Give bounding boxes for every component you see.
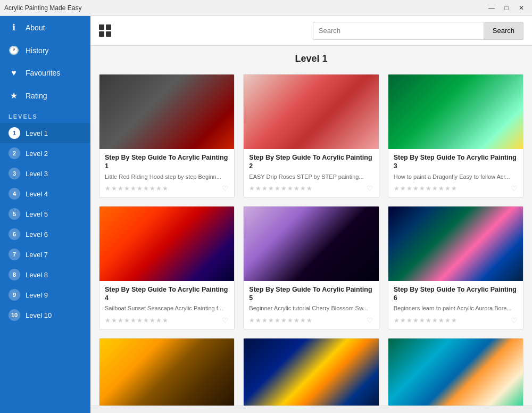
card-heart-4[interactable]: ♡ <box>222 316 229 325</box>
card-body-3: Step By Step Guide To Acrylic Painting 3… <box>388 149 523 197</box>
card-heart-1[interactable]: ♡ <box>222 184 229 193</box>
sidebar-level-7[interactable]: 7 Level 7 <box>0 244 90 265</box>
card-image-4 <box>99 206 234 281</box>
sidebar-item-favourites[interactable]: ♥ Favourites <box>0 62 90 84</box>
card-7[interactable]: Step By Step Guide To Acrylic Painting 7… <box>99 338 235 406</box>
card-1[interactable]: Step By Step Guide To Acrylic Painting 1… <box>99 74 235 197</box>
toolbar: Search <box>90 16 532 46</box>
card-9[interactable]: Step By Step Guide To Acrylic Painting 9… <box>388 338 523 406</box>
level-badge-1: 1 <box>9 127 20 139</box>
card-stars-6: ★★★★★★★★★★ <box>394 317 458 324</box>
search-bar: Search <box>313 22 523 40</box>
card-image-1 <box>99 75 234 149</box>
card-stars-5: ★★★★★★★★★★ <box>249 317 313 324</box>
card-body-6: Step By Step Guide To Acrylic Painting 6… <box>388 281 523 329</box>
card-5[interactable]: Step By Step Guide To Acrylic Painting 5… <box>243 206 379 329</box>
level-badge-7: 7 <box>9 249 20 260</box>
close-button[interactable]: ✕ <box>515 3 528 13</box>
level-label-9: Level 9 <box>26 291 48 299</box>
sidebar-item-history[interactable]: 🕐 History <box>0 39 90 62</box>
card-heart-6[interactable]: ♡ <box>511 316 518 325</box>
sidebar-label-favourites: Favourites <box>26 69 60 77</box>
sidebar-level-8[interactable]: 8 Level 8 <box>0 265 90 285</box>
level-label-8: Level 8 <box>26 271 48 279</box>
logo-sq-4 <box>106 31 111 37</box>
card-heart-3[interactable]: ♡ <box>511 184 518 193</box>
window-controls: — □ ✕ <box>485 3 528 13</box>
card-8[interactable]: Step By Step Guide To Acrylic Painting 8… <box>243 338 379 406</box>
card-desc-4: Sailboat Sunset Seascape Acrylic Paintin… <box>105 304 229 312</box>
card-image-7 <box>99 338 234 406</box>
card-3[interactable]: Step By Step Guide To Acrylic Painting 3… <box>388 74 523 197</box>
sidebar-level-10[interactable]: 10 Level 10 <box>0 305 90 325</box>
level-badge-3: 3 <box>9 168 20 179</box>
card-body-1: Step By Step Guide To Acrylic Painting 1… <box>99 149 234 197</box>
card-6[interactable]: Step By Step Guide To Acrylic Painting 6… <box>388 206 523 329</box>
card-footer-5: ★★★★★★★★★★♡ <box>249 316 373 325</box>
card-stars-4: ★★★★★★★★★★ <box>105 317 169 324</box>
sidebar-level-3[interactable]: 3 Level 3 <box>0 163 90 184</box>
card-image-3 <box>388 75 523 149</box>
level-badge-8: 8 <box>9 269 20 280</box>
level-label-1: Level 1 <box>26 129 48 137</box>
app-logo <box>99 24 112 37</box>
info-icon: ℹ <box>9 22 19 32</box>
card-stars-1: ★★★★★★★★★★ <box>105 185 169 192</box>
sidebar: ℹ About 🕐 History ♥ Favourites ★ Rating … <box>0 16 90 413</box>
sidebar-label-history: History <box>26 46 49 55</box>
card-desc-5: Beginner Acrylic tutorial Cherry Blossom… <box>249 304 373 312</box>
bottom-scrollbar[interactable] <box>90 406 532 413</box>
level-badge-2: 2 <box>9 147 20 159</box>
sidebar-level-9[interactable]: 9 Level 9 <box>0 285 90 305</box>
level-badge-10: 10 <box>9 309 20 321</box>
sidebar-level-1[interactable]: 1 Level 1 <box>0 123 90 143</box>
sidebar-item-rating[interactable]: ★ Rating <box>0 84 90 107</box>
card-image-6 <box>388 206 523 281</box>
maximize-button[interactable]: □ <box>500 3 513 13</box>
card-image-5 <box>244 206 378 281</box>
levels-section-label: LEVELS <box>0 107 90 123</box>
card-footer-2: ★★★★★★★★★★♡ <box>249 184 373 193</box>
search-input[interactable] <box>313 22 484 39</box>
sidebar-level-5[interactable]: 5 Level 5 <box>0 204 90 224</box>
history-icon: 🕐 <box>9 45 19 55</box>
level-label-5: Level 5 <box>26 210 48 218</box>
level-badge-4: 4 <box>9 188 20 200</box>
sidebar-level-6[interactable]: 6 Level 6 <box>0 224 90 244</box>
card-footer-6: ★★★★★★★★★★♡ <box>394 316 518 325</box>
sidebar-label-about: About <box>26 23 45 32</box>
content-grid-wrapper[interactable]: Step By Step Guide To Acrylic Painting 1… <box>90 70 532 406</box>
card-heart-2[interactable]: ♡ <box>367 184 373 193</box>
minimize-button[interactable]: — <box>485 3 498 13</box>
card-4[interactable]: Step By Step Guide To Acrylic Painting 4… <box>99 206 235 329</box>
level-label-7: Level 7 <box>26 251 48 259</box>
card-body-2: Step By Step Guide To Acrylic Painting 2… <box>244 149 378 197</box>
level-badge-9: 9 <box>9 289 20 301</box>
heart-nav-icon: ♥ <box>9 68 19 78</box>
window-title: Acrylic Painting Made Easy <box>4 4 81 12</box>
card-footer-1: ★★★★★★★★★★♡ <box>105 184 229 193</box>
level-label-4: Level 4 <box>26 190 48 198</box>
sidebar-level-2[interactable]: 2 Level 2 <box>0 143 90 163</box>
logo-sq-3 <box>99 31 104 37</box>
card-body-4: Step By Step Guide To Acrylic Painting 4… <box>99 281 234 329</box>
card-desc-6: Beginners learn to paint Acrylic Aurora … <box>394 304 518 312</box>
star-nav-icon: ★ <box>9 90 19 101</box>
search-button[interactable]: Search <box>484 22 523 39</box>
main-content: Search Level 1 Step By Step Guide To Acr… <box>90 16 532 413</box>
card-title-5: Step By Step Guide To Acrylic Painting 5 <box>249 285 373 303</box>
sidebar-item-about[interactable]: ℹ About <box>0 16 90 39</box>
app-body: ℹ About 🕐 History ♥ Favourites ★ Rating … <box>0 16 532 413</box>
page-title: Level 1 <box>90 46 532 70</box>
card-heart-5[interactable]: ♡ <box>367 316 373 325</box>
sidebar-label-rating: Rating <box>26 92 47 100</box>
level-label-2: Level 2 <box>26 150 48 158</box>
level-badge-5: 5 <box>9 208 20 220</box>
card-2[interactable]: Step By Step Guide To Acrylic Painting 2… <box>243 74 379 197</box>
card-image-8 <box>244 338 378 406</box>
card-title-2: Step By Step Guide To Acrylic Painting 2 <box>249 153 373 171</box>
card-title-3: Step By Step Guide To Acrylic Painting 3 <box>394 153 518 171</box>
card-title-6: Step By Step Guide To Acrylic Painting 6 <box>394 285 518 303</box>
level-label-6: Level 6 <box>26 230 48 238</box>
sidebar-level-4[interactable]: 4 Level 4 <box>0 184 90 204</box>
